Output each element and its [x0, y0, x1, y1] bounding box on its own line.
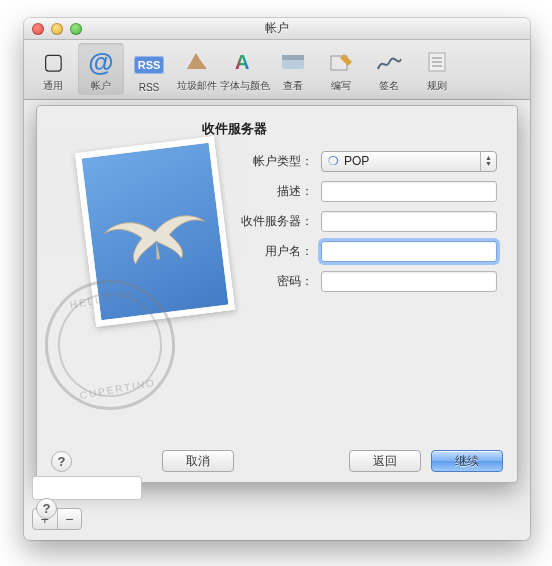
account-setup-sheet: 收件服务器 HELLO FR CUPERTINO [36, 105, 518, 483]
eagle-icon [96, 185, 215, 278]
outer-body: 收件服务器 HELLO FR CUPERTINO [24, 100, 530, 540]
viewing-icon [278, 47, 308, 77]
stamp-icon [75, 136, 235, 327]
window-title: 帐户 [24, 20, 530, 37]
incoming-server-field[interactable] [321, 211, 497, 232]
postmark-icon: HELLO FR CUPERTINO [35, 270, 186, 421]
toolbar-signatures[interactable]: 签名 [366, 43, 412, 95]
traffic-lights [32, 23, 82, 35]
toolbar-viewing[interactable]: 查看 [270, 43, 316, 95]
svg-text:A: A [235, 51, 249, 73]
toolbar-rss[interactable]: RSS RSS [126, 46, 172, 95]
username-field[interactable] [321, 241, 497, 262]
toolbar-junk[interactable]: 垃圾邮件 [174, 43, 220, 95]
account-type-select[interactable]: ❍ POP ▲▼ [321, 151, 497, 172]
back-button[interactable]: 返回 [349, 450, 421, 472]
label-username: 用户名： [237, 243, 321, 260]
preferences-window: 帐户 ▢ 通用 @ 帐户 RSS RSS 垃圾邮件 A 字体与颜色 [24, 18, 530, 540]
zoom-window-button[interactable] [70, 23, 82, 35]
rss-icon: RSS [134, 50, 164, 80]
toolbar-general[interactable]: ▢ 通用 [30, 43, 76, 95]
account-list-field[interactable] [32, 476, 142, 500]
at-icon: @ [86, 47, 116, 77]
globe-icon: ❍ [328, 154, 339, 168]
stamp-graphic: HELLO FR CUPERTINO [45, 140, 245, 400]
svg-rect-2 [282, 55, 304, 60]
minimize-window-button[interactable] [51, 23, 63, 35]
description-field[interactable] [321, 181, 497, 202]
label-description: 描述： [237, 183, 321, 200]
label-password: 密码： [237, 273, 321, 290]
signature-icon [374, 47, 404, 77]
label-account-type: 帐户类型： [237, 153, 321, 170]
sheet-title: 收件服务器 [202, 120, 267, 138]
titlebar: 帐户 [24, 18, 530, 40]
compose-icon [326, 47, 356, 77]
slider-icon: ▢ [38, 47, 68, 77]
sheet-button-row: ? 取消 返回 继续 [37, 450, 517, 472]
outer-help-button[interactable]: ? [36, 498, 57, 519]
toolbar-accounts[interactable]: @ 帐户 [78, 43, 124, 95]
fonts-icon: A [230, 47, 260, 77]
continue-button[interactable]: 继续 [431, 450, 503, 472]
password-field[interactable] [321, 271, 497, 292]
cancel-button[interactable]: 取消 [162, 450, 234, 472]
junk-icon [182, 47, 212, 77]
account-type-value: POP [344, 154, 480, 168]
label-incoming-server: 收件服务器： [237, 213, 321, 230]
toolbar-rules[interactable]: 规则 [414, 43, 460, 95]
account-form: 帐户类型： ❍ POP ▲▼ 描述： [237, 146, 497, 296]
preferences-toolbar: ▢ 通用 @ 帐户 RSS RSS 垃圾邮件 A 字体与颜色 [24, 40, 530, 100]
toolbar-compose[interactable]: 编写 [318, 43, 364, 95]
remove-account-button[interactable]: − [58, 509, 82, 529]
chevron-updown-icon: ▲▼ [480, 152, 496, 171]
help-button[interactable]: ? [51, 451, 72, 472]
toolbar-fonts[interactable]: A 字体与颜色 [222, 43, 268, 95]
rules-icon [422, 47, 452, 77]
close-window-button[interactable] [32, 23, 44, 35]
